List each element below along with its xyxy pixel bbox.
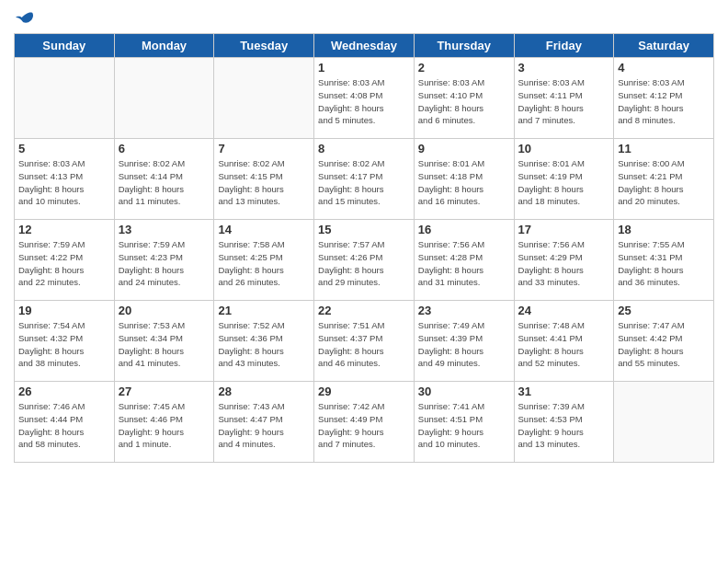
calendar-day-cell: 27Sunrise: 7:45 AM Sunset: 4:46 PM Dayli… <box>114 382 214 463</box>
calendar-day-cell: 18Sunrise: 7:55 AM Sunset: 4:31 PM Dayli… <box>614 220 714 301</box>
day-info: Sunrise: 7:47 AM Sunset: 4:42 PM Dayligh… <box>618 319 710 370</box>
day-number: 31 <box>518 385 610 398</box>
calendar-day-cell: 13Sunrise: 7:59 AM Sunset: 4:23 PM Dayli… <box>114 220 214 301</box>
day-number: 17 <box>518 223 610 236</box>
day-number: 24 <box>518 304 610 317</box>
calendar-day-cell: 2Sunrise: 8:03 AM Sunset: 4:10 PM Daylig… <box>414 58 514 139</box>
calendar-day-cell: 5Sunrise: 8:03 AM Sunset: 4:13 PM Daylig… <box>15 139 115 220</box>
page-header <box>14 9 714 26</box>
weekday-header: Tuesday <box>214 34 314 58</box>
day-number: 26 <box>18 385 110 398</box>
day-number: 28 <box>218 385 310 398</box>
day-number: 22 <box>318 304 410 317</box>
calendar-day-cell: 21Sunrise: 7:52 AM Sunset: 4:36 PM Dayli… <box>214 301 314 382</box>
calendar-day-cell: 4Sunrise: 8:03 AM Sunset: 4:12 PM Daylig… <box>614 58 714 139</box>
day-info: Sunrise: 7:59 AM Sunset: 4:23 PM Dayligh… <box>119 238 210 289</box>
calendar-day-cell: 15Sunrise: 7:57 AM Sunset: 4:26 PM Dayli… <box>314 220 415 301</box>
calendar-day-cell: 19Sunrise: 7:54 AM Sunset: 4:32 PM Dayli… <box>15 301 115 382</box>
calendar-day-cell: 8Sunrise: 8:02 AM Sunset: 4:17 PM Daylig… <box>314 139 415 220</box>
calendar-day-cell: 22Sunrise: 7:51 AM Sunset: 4:37 PM Dayli… <box>314 301 415 382</box>
day-info: Sunrise: 8:02 AM Sunset: 4:15 PM Dayligh… <box>218 157 310 208</box>
day-info: Sunrise: 7:41 AM Sunset: 4:51 PM Dayligh… <box>418 400 510 451</box>
day-info: Sunrise: 7:39 AM Sunset: 4:53 PM Dayligh… <box>518 400 610 451</box>
day-info: Sunrise: 7:53 AM Sunset: 4:34 PM Dayligh… <box>119 319 210 370</box>
day-number: 30 <box>418 385 510 398</box>
calendar-day-cell: 3Sunrise: 8:03 AM Sunset: 4:11 PM Daylig… <box>514 58 614 139</box>
calendar-empty-cell <box>114 58 214 139</box>
day-number: 25 <box>618 304 710 317</box>
day-number: 10 <box>518 142 610 155</box>
weekday-header: Thursday <box>414 34 514 58</box>
day-info: Sunrise: 7:48 AM Sunset: 4:41 PM Dayligh… <box>518 319 610 370</box>
calendar-day-cell: 31Sunrise: 7:39 AM Sunset: 4:53 PM Dayli… <box>514 382 614 463</box>
calendar-day-cell: 17Sunrise: 7:56 AM Sunset: 4:29 PM Dayli… <box>514 220 614 301</box>
page-container: SundayMondayTuesdayWednesdayThursdayFrid… <box>0 0 728 472</box>
weekday-header: Monday <box>114 34 214 58</box>
day-info: Sunrise: 8:01 AM Sunset: 4:18 PM Dayligh… <box>418 157 510 208</box>
calendar-week-row: 1Sunrise: 8:03 AM Sunset: 4:08 PM Daylig… <box>15 58 714 139</box>
calendar-week-row: 19Sunrise: 7:54 AM Sunset: 4:32 PM Dayli… <box>15 301 714 382</box>
day-number: 6 <box>119 142 210 155</box>
day-number: 20 <box>119 304 210 317</box>
calendar-header-row: SundayMondayTuesdayWednesdayThursdayFrid… <box>15 34 714 58</box>
day-number: 5 <box>18 142 110 155</box>
day-info: Sunrise: 7:42 AM Sunset: 4:49 PM Dayligh… <box>318 400 410 451</box>
calendar-week-row: 12Sunrise: 7:59 AM Sunset: 4:22 PM Dayli… <box>15 220 714 301</box>
calendar-week-row: 5Sunrise: 8:03 AM Sunset: 4:13 PM Daylig… <box>15 139 714 220</box>
day-number: 19 <box>18 304 110 317</box>
calendar-table: SundayMondayTuesdayWednesdayThursdayFrid… <box>14 33 714 463</box>
calendar-day-cell: 10Sunrise: 8:01 AM Sunset: 4:19 PM Dayli… <box>514 139 614 220</box>
weekday-header: Wednesday <box>314 34 415 58</box>
day-number: 2 <box>418 61 510 75</box>
day-number: 13 <box>119 223 210 236</box>
calendar-day-cell: 20Sunrise: 7:53 AM Sunset: 4:34 PM Dayli… <box>114 301 214 382</box>
day-number: 14 <box>218 223 310 236</box>
day-info: Sunrise: 7:49 AM Sunset: 4:39 PM Dayligh… <box>418 319 510 370</box>
day-number: 1 <box>318 61 410 75</box>
day-info: Sunrise: 7:57 AM Sunset: 4:26 PM Dayligh… <box>318 238 410 289</box>
weekday-header: Friday <box>514 34 614 58</box>
calendar-day-cell: 30Sunrise: 7:41 AM Sunset: 4:51 PM Dayli… <box>414 382 514 463</box>
day-info: Sunrise: 7:45 AM Sunset: 4:46 PM Dayligh… <box>119 400 210 451</box>
day-info: Sunrise: 7:46 AM Sunset: 4:44 PM Dayligh… <box>18 400 110 451</box>
day-number: 27 <box>119 385 210 398</box>
weekday-header: Sunday <box>15 34 115 58</box>
calendar-week-row: 26Sunrise: 7:46 AM Sunset: 4:44 PM Dayli… <box>15 382 714 463</box>
calendar-day-cell: 24Sunrise: 7:48 AM Sunset: 4:41 PM Dayli… <box>514 301 614 382</box>
calendar-day-cell: 6Sunrise: 8:02 AM Sunset: 4:14 PM Daylig… <box>114 139 214 220</box>
calendar-day-cell: 28Sunrise: 7:43 AM Sunset: 4:47 PM Dayli… <box>214 382 314 463</box>
day-info: Sunrise: 7:56 AM Sunset: 4:29 PM Dayligh… <box>518 238 610 289</box>
calendar-empty-cell <box>15 58 115 139</box>
day-number: 12 <box>18 223 110 236</box>
day-number: 11 <box>618 142 710 155</box>
day-number: 3 <box>518 61 610 75</box>
day-info: Sunrise: 8:01 AM Sunset: 4:19 PM Dayligh… <box>518 157 610 208</box>
calendar-empty-cell <box>614 382 714 463</box>
calendar-day-cell: 26Sunrise: 7:46 AM Sunset: 4:44 PM Dayli… <box>15 382 115 463</box>
day-info: Sunrise: 7:51 AM Sunset: 4:37 PM Dayligh… <box>318 319 410 370</box>
day-info: Sunrise: 8:03 AM Sunset: 4:10 PM Dayligh… <box>418 76 510 127</box>
calendar-day-cell: 25Sunrise: 7:47 AM Sunset: 4:42 PM Dayli… <box>614 301 714 382</box>
calendar-day-cell: 12Sunrise: 7:59 AM Sunset: 4:22 PM Dayli… <box>15 220 115 301</box>
day-number: 21 <box>218 304 310 317</box>
day-number: 29 <box>318 385 410 398</box>
day-info: Sunrise: 8:03 AM Sunset: 4:12 PM Dayligh… <box>618 76 710 127</box>
calendar-day-cell: 29Sunrise: 7:42 AM Sunset: 4:49 PM Dayli… <box>314 382 415 463</box>
day-number: 7 <box>218 142 310 155</box>
day-info: Sunrise: 7:58 AM Sunset: 4:25 PM Dayligh… <box>218 238 310 289</box>
day-number: 4 <box>618 61 710 75</box>
day-info: Sunrise: 7:54 AM Sunset: 4:32 PM Dayligh… <box>18 319 110 370</box>
day-info: Sunrise: 8:00 AM Sunset: 4:21 PM Dayligh… <box>618 157 710 208</box>
day-info: Sunrise: 7:55 AM Sunset: 4:31 PM Dayligh… <box>618 238 710 289</box>
day-info: Sunrise: 8:03 AM Sunset: 4:11 PM Dayligh… <box>518 76 610 127</box>
day-info: Sunrise: 7:52 AM Sunset: 4:36 PM Dayligh… <box>218 319 310 370</box>
day-number: 9 <box>418 142 510 155</box>
day-info: Sunrise: 7:59 AM Sunset: 4:22 PM Dayligh… <box>18 238 110 289</box>
day-number: 16 <box>418 223 510 236</box>
logo <box>14 9 34 26</box>
calendar-empty-cell <box>214 58 314 139</box>
calendar-day-cell: 14Sunrise: 7:58 AM Sunset: 4:25 PM Dayli… <box>214 220 314 301</box>
calendar-day-cell: 1Sunrise: 8:03 AM Sunset: 4:08 PM Daylig… <box>314 58 415 139</box>
day-info: Sunrise: 7:56 AM Sunset: 4:28 PM Dayligh… <box>418 238 510 289</box>
day-number: 15 <box>318 223 410 236</box>
